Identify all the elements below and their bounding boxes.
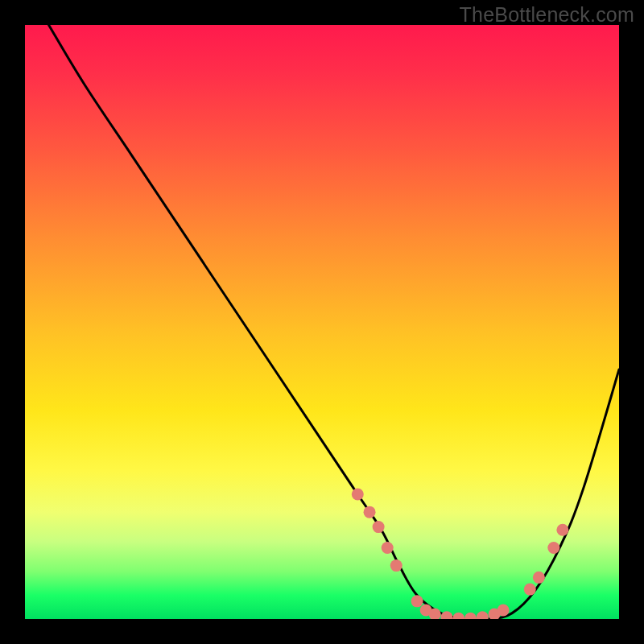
highlight-dot	[533, 572, 545, 584]
highlight-dot	[411, 595, 423, 607]
highlight-dot	[547, 542, 559, 554]
bottleneck-curve	[49, 25, 619, 619]
chart-svg	[25, 25, 619, 619]
highlight-dot	[497, 604, 510, 616]
watermark-text: TheBottleneck.com	[460, 3, 634, 27]
highlight-dot	[440, 611, 452, 619]
highlight-dots	[352, 489, 569, 619]
highlight-dot	[373, 521, 385, 533]
highlight-dot	[556, 524, 568, 536]
highlight-dot	[464, 613, 477, 619]
highlight-dot	[477, 611, 489, 619]
plot-area	[25, 25, 619, 619]
highlight-dot	[364, 506, 376, 518]
highlight-dot	[390, 559, 402, 572]
highlight-dot	[382, 542, 394, 554]
chart-frame: TheBottleneck.com	[0, 0, 644, 644]
highlight-dot	[352, 489, 364, 501]
highlight-dot	[524, 584, 536, 596]
highlight-dot	[452, 613, 464, 619]
